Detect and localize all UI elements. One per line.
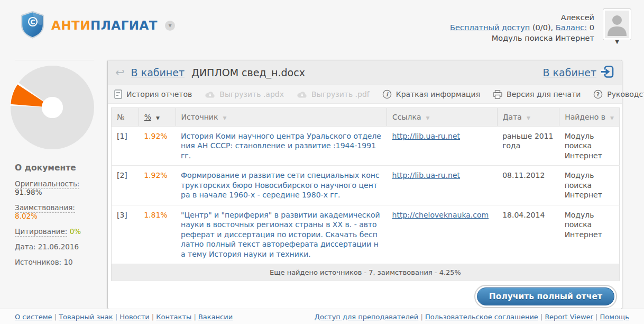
footer-link-news[interactable]: Новости xyxy=(119,313,150,321)
row-found-in: Модуль поиска Интернет xyxy=(559,205,620,264)
footer-separator: | xyxy=(191,313,198,321)
report-panel: ↩ В кабинет ДИПЛОМ свед_н.docx В кабинет xyxy=(107,60,622,309)
sort-icon: ▼ xyxy=(426,115,430,121)
stat-date-value: 21.06.2016 xyxy=(38,242,79,251)
column-percent[interactable]: %▼ xyxy=(139,108,176,127)
sort-icon: ▼ xyxy=(610,115,614,121)
toolbar-label: Выгрузить .apdx xyxy=(219,90,284,98)
stat-date-label: Дата: xyxy=(15,242,36,251)
to-cabinet-link[interactable]: В кабинет xyxy=(543,67,596,78)
free-access-link[interactable]: Бесплатный доступ xyxy=(450,23,530,32)
column-found-in[interactable]: Найдено в▼ xyxy=(559,108,620,127)
row-number: [1] xyxy=(112,127,139,166)
stat-borrowed: Заимствования: 8.02% xyxy=(15,203,94,220)
footer-separator: | xyxy=(113,313,120,321)
table-summary-row: Еще найдено источников - 7, заимствовани… xyxy=(112,264,620,281)
panel-title-row: ↩ В кабинет ДИПЛОМ свед_н.docx В кабинет xyxy=(108,60,622,85)
stat-citation: Цитирование: 0% xyxy=(15,227,94,236)
row-link-cell: http://lib.ua-ru.net xyxy=(387,127,498,166)
row-number: [2] xyxy=(112,166,139,205)
balance-link[interactable]: Баланс: xyxy=(556,23,587,32)
back-arrow-icon[interactable]: ↩ xyxy=(115,67,125,78)
user-info: Алексей Бесплатный доступ (0/0), Баланс:… xyxy=(450,8,594,43)
row-source-title[interactable]: "Центр" и "периферия" в развитии академи… xyxy=(176,205,387,264)
footer-link-user-agreement[interactable]: Пользовательское соглашение xyxy=(425,313,538,321)
row-date: 18.04.2014 xyxy=(497,205,559,264)
logo-text: АНТИПЛАГИАТ xyxy=(51,19,158,32)
panel-actions: Получить полный отчет xyxy=(108,281,622,309)
footer-link-report-viewer[interactable]: Report Viewer xyxy=(545,313,593,321)
download-cloud-icon xyxy=(205,91,215,98)
get-full-report-button[interactable]: Получить полный отчет xyxy=(477,287,614,305)
toolbar-export-apdx[interactable]: Выгрузить .apdx xyxy=(205,90,284,98)
content-area: О документе Оригинальность: 91.98% Заимс… xyxy=(0,60,644,309)
footer-link-contacts[interactable]: Контакты xyxy=(156,313,191,321)
source-url-link[interactable]: http://lib.ua-ru.net xyxy=(392,171,461,179)
footer-link-trademark[interactable]: Товарный знак xyxy=(59,313,113,321)
stat-date: Дата: 21.06.2016 xyxy=(15,242,94,251)
more-sources-summary: Еще найдено источников - 7, заимствовани… xyxy=(112,264,620,281)
table-row: [1] 1.92% История Коми научного центра У… xyxy=(112,127,620,166)
user-name: Алексей xyxy=(450,13,594,23)
row-found-in: Модуль поиска Интернет xyxy=(559,166,620,205)
logo-dropdown-icon[interactable]: ▼ xyxy=(165,21,175,31)
toolbar-report-history[interactable]: История отчетов xyxy=(114,89,192,99)
toolbar-brief-info[interactable]: i Краткая информация xyxy=(382,89,480,99)
stat-sources: Источников: 10 xyxy=(15,258,94,266)
logo-text-anti: АНТИ xyxy=(51,19,90,32)
stat-sources-value: 10 xyxy=(63,258,72,266)
logo-text-plagiat: ПЛАГИАТ xyxy=(90,19,158,32)
document-title: ДИПЛОМ свед_н.docx xyxy=(191,67,305,78)
balance-value: 0 xyxy=(587,23,594,32)
table-row: [2] 1.92% Формирование и развитие сети с… xyxy=(112,166,620,205)
footer-link-teachers-access[interactable]: Доступ для преподавателей xyxy=(315,313,419,321)
toolbar-print-version[interactable]: Версия для печати xyxy=(493,90,581,99)
stat-citation-label: Цитирование: xyxy=(15,227,67,237)
svg-text:C: C xyxy=(30,18,35,26)
user-access-line: Бесплатный доступ (0/0), Баланс: 0 xyxy=(450,23,594,33)
footer-separator: | xyxy=(52,313,59,321)
row-date: 08.11.2012 xyxy=(497,166,559,205)
footer-link-vacancies[interactable]: Вакансии xyxy=(198,313,233,321)
footer-link-help[interactable]: Помощь xyxy=(600,313,629,321)
originality-pie-chart xyxy=(10,65,95,151)
row-source-title[interactable]: История Коми научного центра Уральского … xyxy=(176,127,387,166)
footer-separator: | xyxy=(538,313,545,321)
avatar[interactable]: ▼ xyxy=(603,8,631,40)
footer-link-about[interactable]: О системе xyxy=(15,313,52,321)
enter-cabinet-icon[interactable] xyxy=(600,65,614,80)
stat-borrowed-value: 8.02% xyxy=(15,212,38,220)
top-bar: C АНТИПЛАГИАТ ▼ Алексей Бесплатный досту… xyxy=(0,0,644,51)
toolbar-label: Краткая информация xyxy=(396,90,480,98)
row-number: [3] xyxy=(112,205,139,264)
info-icon: i xyxy=(382,89,392,99)
svg-text:i: i xyxy=(386,91,389,97)
row-percent: 1.92% xyxy=(139,127,176,166)
stat-originality: Оригинальность: 91.98% xyxy=(15,179,94,196)
stat-sources-label: Источников: xyxy=(15,258,61,266)
source-url-link[interactable]: http://lib.ua-ru.net xyxy=(392,132,461,140)
column-source[interactable]: Источник▼ xyxy=(176,108,387,127)
toolbar-label: Руководство xyxy=(607,90,644,98)
cabinet-right-group: В кабинет xyxy=(543,65,614,80)
source-url-link[interactable]: http://cheloveknauka.com xyxy=(392,211,489,219)
sort-icon: ▼ xyxy=(527,115,530,121)
back-to-cabinet-link[interactable]: В кабинет xyxy=(131,67,185,78)
row-source-title[interactable]: Формирование и развитие сети специальных… xyxy=(176,166,387,205)
sort-icon: ▼ xyxy=(223,115,226,121)
column-link[interactable]: Ссылка▼ xyxy=(387,108,498,127)
user-menu-caret-icon[interactable]: ▼ xyxy=(615,39,619,44)
toolbar-manual[interactable]: ? Руководство xyxy=(593,89,644,99)
full-report-button-ring: Получить полный отчет xyxy=(474,285,617,308)
document-icon xyxy=(114,89,122,99)
shield-logo-icon: C xyxy=(20,11,45,40)
printer-icon xyxy=(493,90,502,99)
column-date[interactable]: Дата▼ xyxy=(497,108,559,127)
table-row: [3] 1.81% "Центр" и "периферия" в развит… xyxy=(112,205,620,264)
toolbar-export-pdf[interactable]: Выгрузить .pdf xyxy=(297,90,370,98)
row-link-cell: http://lib.ua-ru.net xyxy=(387,166,498,205)
toolbar-label: Версия для печати xyxy=(507,90,581,98)
logo: C АНТИПЛАГИАТ ▼ xyxy=(20,11,175,40)
stat-citation-value: 0% xyxy=(70,227,81,236)
row-found-in: Модуль поиска Интернет xyxy=(559,127,620,166)
